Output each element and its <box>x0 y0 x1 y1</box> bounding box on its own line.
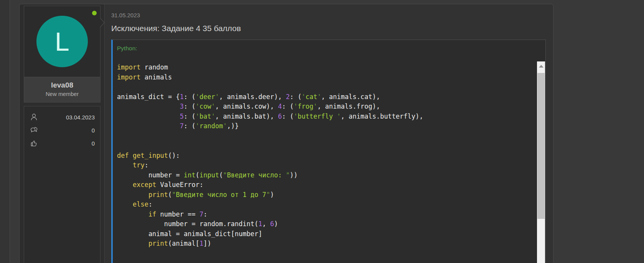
message-tail <box>100 18 104 27</box>
user-name-bar: leva08 New member <box>24 77 100 102</box>
joined-date: 03.04.2023 <box>66 114 95 121</box>
code-line: except ValueError: <box>117 180 532 190</box>
post-title: Исключения: Задание 4 35 баллов <box>111 24 546 33</box>
user-sidebar: L leva08 New member 03.04.2023 <box>20 4 105 263</box>
code-line <box>117 141 532 151</box>
code-line: animal = animals_dict[number] <box>117 229 532 239</box>
likes-count: 0 <box>92 140 95 147</box>
code-line <box>117 82 532 92</box>
likes-icon <box>30 139 39 148</box>
code-line: animals_dict = {1: ('deer', animals.deer… <box>117 92 532 102</box>
scrollbar-thumb[interactable] <box>537 73 545 219</box>
scrollbar-up-button[interactable] <box>537 61 545 71</box>
stat-row-messages: 0 <box>30 126 95 134</box>
code-content[interactable]: import randomimport animalsanimals_dict … <box>113 60 545 251</box>
username-link[interactable]: leva08 <box>26 81 99 89</box>
code-block-header: Python: <box>113 40 545 52</box>
code-line: number = int(input("Введите число: ")) <box>117 170 532 180</box>
user-icon <box>30 112 39 122</box>
post-content-cell: 31.05.2023 Исключения: Задание 4 35 балл… <box>105 4 553 263</box>
forum-post-card: L leva08 New member 03.04.2023 <box>19 4 553 263</box>
online-indicator <box>92 11 97 15</box>
code-line: else: <box>117 200 532 210</box>
code-line: try: <box>117 160 532 170</box>
code-line: number = random.randint(1, 6) <box>117 219 532 229</box>
code-line: import random <box>117 63 532 73</box>
code-scrollbar[interactable] <box>537 61 545 263</box>
user-title: New member <box>26 91 99 97</box>
chevron-up-icon <box>539 65 544 68</box>
post-date[interactable]: 31.05.2023 <box>111 12 546 18</box>
code-line: def get_input(): <box>117 151 532 161</box>
code-line: import animals <box>117 73 532 83</box>
code-block: Python: import randomimport animalsanima… <box>111 40 546 263</box>
code-line: 3: ('cow', animals.cow), 4: ('frog', ani… <box>117 102 532 112</box>
code-line: print(animal[1]) <box>117 239 532 249</box>
code-line: print("Введите число от 1 до 7") <box>117 190 532 200</box>
code-line: 5: ('bat', animals.bat), 6: ('butterfly … <box>117 112 532 122</box>
user-info-block: L leva08 New member <box>24 6 100 103</box>
code-line: 7: ('random',)} <box>117 121 532 131</box>
avatar[interactable]: L <box>36 16 88 67</box>
avatar-letter: L <box>55 28 69 55</box>
messages-icon <box>30 126 39 135</box>
code-line: if number == 7: <box>117 210 532 220</box>
user-stats-block: 03.04.2023 0 0 <box>24 106 100 263</box>
code-line <box>117 131 532 141</box>
stat-row-joined: 03.04.2023 <box>30 113 95 121</box>
stat-row-likes: 0 <box>30 139 95 147</box>
code-language-label: Python: <box>117 45 137 51</box>
messages-count: 0 <box>92 127 95 134</box>
avatar-wrapper: L <box>24 6 100 77</box>
